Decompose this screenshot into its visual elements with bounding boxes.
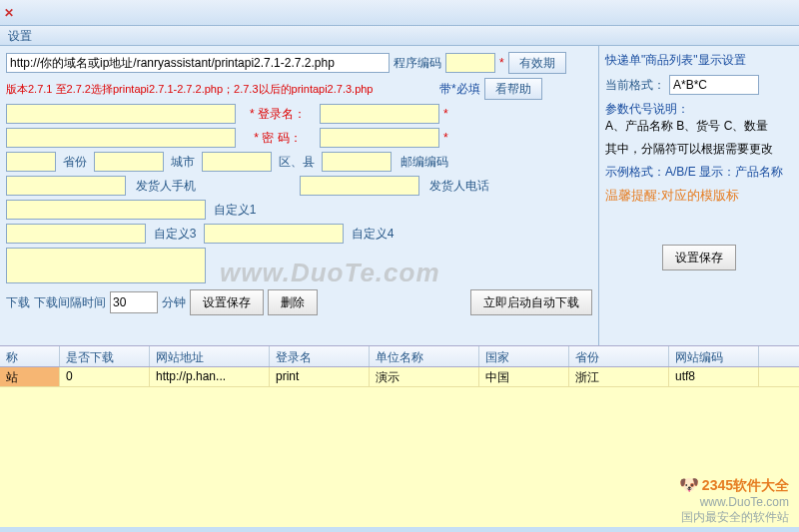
format-save-button[interactable]: 设置保存 [662, 245, 736, 270]
required-star: * [443, 131, 448, 145]
col-country[interactable]: 国家 [479, 346, 569, 366]
required-hint: 带*必填 [439, 81, 480, 98]
custom3-input[interactable] [6, 224, 146, 244]
login-label: * 登录名： [240, 106, 316, 123]
custom1-input[interactable] [6, 200, 206, 220]
example-desc: 示例格式：A/B/E 显示：产品名称 [605, 164, 793, 181]
brand-slogan: 国内最安全的软件站 [681, 510, 789, 524]
custom3-label: 自定义3 [150, 226, 200, 243]
cell-prov: 浙江 [569, 367, 669, 386]
cell-download: 0 [60, 367, 150, 386]
unit-label: 分钟 [162, 294, 186, 311]
settings-panel: 程序编码 * 有效期 版本2.7.1 至2.7.2选择printapi2.7.1… [0, 46, 599, 345]
format-title: 快递单"商品列表"显示设置 [605, 52, 793, 69]
footer: 🐶 2345软件大全 www.DuoTe.com 国内最安全的软件站 [679, 475, 789, 526]
password-input[interactable] [320, 128, 439, 148]
col-prov[interactable]: 省份 [569, 346, 669, 366]
company-input[interactable] [6, 104, 236, 124]
note-textarea[interactable] [6, 248, 206, 283]
save-settings-button[interactable]: 设置保存 [190, 289, 264, 315]
sep-desc: 其中，分隔符可以根据需要更改 [605, 141, 793, 158]
login-input[interactable] [320, 104, 439, 124]
sender-mobile-input[interactable] [6, 176, 126, 196]
cell-login: print [270, 367, 370, 386]
param-title: 参数代号说明： [605, 101, 793, 118]
delete-button[interactable]: 删除 [268, 289, 318, 315]
auto-download-button[interactable]: 立即启动自动下载 [470, 289, 592, 315]
api-url-input[interactable] [6, 53, 390, 73]
version-hint: 版本2.7.1 至2.7.2选择printapi2.7.1-2.7.2.php；… [6, 82, 435, 97]
sender-phone-input[interactable] [300, 176, 419, 196]
download-label: 下载 [6, 294, 30, 311]
col-download[interactable]: 是否下载 [60, 346, 150, 366]
table-row[interactable]: 站 0 http://p.han... print 演示 中国 浙江 utf8 [0, 367, 799, 387]
postcode-label: 邮编编码 [396, 154, 453, 171]
encoding-label: 程序编码 [394, 55, 441, 72]
format-panel: 快递单"商品列表"显示设置 当前格式： 参数代号说明： A、产品名称 B、货号 … [599, 46, 799, 345]
city-input[interactable] [94, 152, 164, 172]
prov-input[interactable] [6, 152, 56, 172]
warn-text: 温馨提醒:对应的模版标 [605, 187, 793, 205]
cell-name: 站 [0, 367, 60, 386]
city-label: 城市 [168, 154, 198, 171]
table-header: 称 是否下载 网站地址 登录名 单位名称 国家 省份 网站编码 [0, 345, 799, 367]
param-desc: A、产品名称 B、货号 C、数量 [605, 118, 793, 135]
fmt-input[interactable] [669, 75, 759, 95]
custom4-label: 自定义4 [348, 226, 398, 243]
brand-url: www.DuoTe.com [700, 495, 789, 509]
window-tabbar: ✕ [0, 0, 799, 26]
district-input[interactable] [202, 152, 272, 172]
col-org[interactable]: 单位名称 [370, 346, 479, 366]
required-star: * [499, 56, 504, 70]
cell-encoding: utf8 [669, 367, 759, 386]
interval-label: 下载间隔时间 [34, 294, 106, 311]
col-url[interactable]: 网站地址 [150, 346, 270, 366]
custom1-label: 自定义1 [210, 202, 260, 219]
district-label: 区、县 [276, 154, 318, 171]
postcode-input[interactable] [322, 152, 392, 172]
sender-mobile-label: 发货人手机 [130, 178, 202, 195]
col-name[interactable]: 称 [0, 346, 60, 366]
password-label: * 密 码： [240, 130, 316, 147]
close-icon[interactable]: ✕ [4, 6, 20, 20]
encoding-input[interactable] [445, 53, 495, 73]
extra-input[interactable] [6, 128, 236, 148]
required-star: * [443, 107, 448, 121]
custom4-input[interactable] [204, 224, 344, 244]
cell-url: http://p.han... [150, 367, 270, 386]
sender-phone-label: 发货人电话 [423, 178, 495, 195]
col-encoding[interactable]: 网站编码 [669, 346, 759, 366]
brand-logo: 2345软件大全 [702, 477, 789, 493]
cell-org: 演示 [370, 367, 479, 386]
section-title: 设置 [0, 26, 799, 46]
col-login[interactable]: 登录名 [270, 346, 370, 366]
prov-label: 省份 [60, 154, 90, 171]
validity-button[interactable]: 有效期 [508, 52, 566, 74]
interval-spinner[interactable] [110, 291, 158, 313]
help-button[interactable]: 看帮助 [484, 78, 542, 100]
cell-country: 中国 [479, 367, 569, 386]
fmt-label: 当前格式： [605, 77, 665, 94]
